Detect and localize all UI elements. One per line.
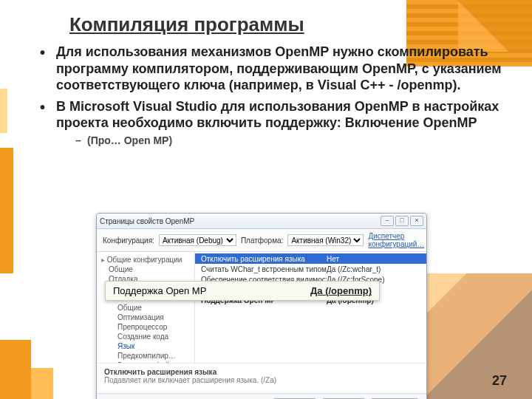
bullet: Для использования механизмов OpenMP нужн… bbox=[40, 44, 507, 94]
hint-title: Отключить расширения языка bbox=[104, 368, 216, 376]
tree-item[interactable]: Оптимизация bbox=[98, 313, 193, 322]
property-grid[interactable]: Отключить расширения языкаНетСчитать WCh… bbox=[195, 252, 426, 363]
property-row[interactable]: Отключить расширения языкаНет bbox=[195, 253, 426, 264]
tree-item[interactable]: Общие конфигурации bbox=[98, 255, 193, 265]
property-row[interactable]: Считать WChar_t встроенным типомДа (/Zc:… bbox=[195, 264, 426, 274]
slide-title: Компиляция программы bbox=[69, 13, 507, 36]
platform-select[interactable]: Активная (Win32) bbox=[287, 234, 364, 246]
hint-area: Отключить расширения языка Подавляет или… bbox=[97, 363, 426, 393]
tree-item[interactable]: Предкомпилир… bbox=[98, 351, 193, 361]
tree-item[interactable]: Создание кода bbox=[98, 332, 193, 341]
properties-dialog: Страницы свойств OpenMP – □ × Конфигурац… bbox=[96, 213, 427, 399]
tooltip-value: Да (/openmp) bbox=[310, 285, 372, 296]
config-select[interactable]: Активная (Debug) bbox=[159, 234, 236, 246]
close-button[interactable]: × bbox=[410, 216, 423, 226]
titlebar[interactable]: Страницы свойств OpenMP – □ × bbox=[97, 214, 426, 229]
property-value: Нет bbox=[327, 255, 420, 263]
tooltip-key: Поддержка Open MP bbox=[113, 285, 206, 296]
config-manager-link[interactable]: Диспетчер конфигураций… bbox=[368, 232, 424, 248]
config-label: Конфигурация: bbox=[103, 236, 154, 245]
tree-item[interactable]: Выходные файлы bbox=[98, 361, 193, 363]
minimize-button[interactable]: – bbox=[381, 216, 394, 226]
page-number: 27 bbox=[492, 373, 507, 389]
category-tree[interactable]: Общие конфигурацииОбщиеОтладкаКаталоги V… bbox=[97, 252, 195, 363]
bullet-text: В Microsoft Visual Studio для использова… bbox=[56, 99, 499, 131]
property-value: Да (/Zc:wchar_t) bbox=[327, 265, 420, 273]
dialog-title: Страницы свойств OpenMP bbox=[100, 217, 194, 225]
tree-item[interactable]: Язык bbox=[98, 341, 193, 351]
bullet: В Microsoft Visual Studio для использова… bbox=[40, 98, 507, 148]
hint-body: Подавляет или включает расширения языка.… bbox=[104, 376, 276, 384]
sub-bullet: (Про… Open MP) bbox=[75, 134, 507, 148]
openmp-tooltip: Поддержка Open MP Да (/openmp) bbox=[105, 281, 380, 301]
tree-item[interactable]: Общие bbox=[98, 265, 193, 274]
maximize-button[interactable]: □ bbox=[395, 216, 409, 226]
tree-item[interactable]: Общие bbox=[98, 303, 193, 313]
tree-item[interactable]: Препроцессор bbox=[98, 322, 193, 332]
platform-label: Платформа: bbox=[241, 236, 284, 245]
property-name: Отключить расширения языка bbox=[201, 255, 327, 263]
property-name: Считать WChar_t встроенным типом bbox=[201, 265, 327, 273]
